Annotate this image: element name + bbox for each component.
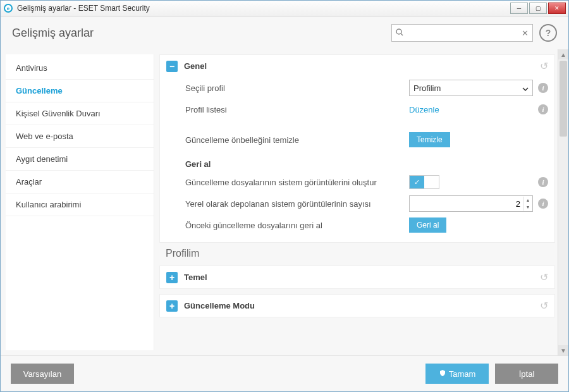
selected-profile-dropdown[interactable]: Profilim [409, 80, 533, 96]
snapshot-count-field[interactable] [410, 199, 523, 209]
info-icon[interactable]: i [538, 104, 548, 114]
svg-point-2 [396, 29, 401, 34]
sidebar-item-web-email[interactable]: Web ve e-posta [6, 125, 154, 148]
sidebar-item-device-control[interactable]: Aygıt denetimi [6, 148, 154, 171]
expand-icon[interactable]: + [166, 272, 178, 283]
defaults-button[interactable]: Varsayılan [11, 364, 74, 384]
row-create-snapshots: Güncelleme dosyalarının sistem görüntüle… [185, 171, 548, 193]
check-icon: ✓ [410, 176, 424, 188]
svg-text:e: e [7, 6, 10, 11]
panel-general-title: Genel [184, 61, 534, 71]
revert-icon[interactable]: ↺ [540, 300, 548, 312]
svg-line-3 [401, 34, 403, 35]
panel-basic: + Temel ↺ [159, 266, 555, 289]
chevron-down-icon [522, 83, 529, 93]
row-rollback-files: Önceki güncelleme dosyalarını geri al Ge… [185, 214, 548, 236]
minimize-button[interactable]: ─ [510, 3, 528, 14]
rollback-files-label: Önceki güncelleme dosyalarını geri al [185, 221, 409, 230]
titlebar: e Gelişmiş ayarlar - ESET Smart Security… [1, 1, 568, 16]
scroll-down-icon[interactable]: ▼ [558, 345, 568, 355]
vertical-scrollbar[interactable]: ▲ ▼ [558, 49, 568, 355]
profile-section-header: Profilim [159, 248, 555, 260]
main-wrap: − Genel ↺ Seçili profil Profilim [154, 49, 568, 355]
header: Gelişmiş ayarlar ✕ ? [1, 16, 568, 49]
sidebar: Antivirus Güncelleme Kişisel Güvenlik Du… [6, 54, 154, 350]
maximize-button[interactable]: ▢ [529, 3, 547, 14]
main-content: − Genel ↺ Seçili profil Profilim [154, 49, 558, 355]
scroll-thumb[interactable] [560, 61, 567, 137]
close-button[interactable]: ✕ [548, 3, 566, 14]
snapshot-count-input[interactable]: ▲▼ [409, 195, 533, 212]
sidebar-item-tools[interactable]: Araçlar [6, 171, 154, 193]
search-input[interactable] [403, 28, 522, 39]
snapshot-count-label: Yerel olarak depolanan sistem görüntüler… [185, 199, 409, 209]
sidebar-item-firewall[interactable]: Kişisel Güvenlik Duvarı [6, 102, 154, 125]
body: Antivirus Güncelleme Kişisel Güvenlik Du… [1, 49, 568, 355]
app-window: e Gelişmiş ayarlar - ESET Smart Security… [0, 0, 569, 392]
revert-icon[interactable]: ↺ [540, 60, 548, 72]
row-clear-cache: Güncelleme önbelleğini temizle Temizle [185, 129, 548, 150]
sidebar-item-antivirus[interactable]: Antivirus [6, 57, 154, 80]
panel-update-mode-title: Güncelleme Modu [184, 301, 534, 310]
revert-icon[interactable]: ↺ [540, 271, 548, 283]
rollback-files-button[interactable]: Geri al [409, 217, 446, 233]
shield-icon [439, 369, 446, 379]
profile-list-edit-link[interactable]: Düzenle [409, 105, 533, 114]
selected-profile-label: Seçili profil [185, 83, 409, 93]
help-button[interactable]: ? [539, 24, 557, 42]
selected-profile-value: Profilim [413, 83, 441, 93]
row-selected-profile: Seçili profil Profilim i [185, 77, 548, 99]
clear-cache-label: Güncelleme önbelleğini temizle [185, 135, 409, 145]
panel-general: − Genel ↺ Seçili profil Profilim [159, 54, 555, 243]
row-snapshot-count: Yerel olarak depolanan sistem görüntüler… [185, 193, 548, 214]
window-title: Gelişmiş ayarlar - ESET Smart Security [17, 4, 510, 13]
panel-general-header[interactable]: − Genel ↺ [160, 55, 554, 77]
info-icon[interactable]: i [538, 83, 548, 93]
panel-basic-header[interactable]: + Temel ↺ [160, 266, 554, 288]
cancel-button[interactable]: İptal [495, 364, 558, 384]
ok-button[interactable]: Tamam [425, 364, 489, 384]
panel-update-mode: + Güncelleme Modu ↺ [159, 294, 555, 317]
create-snapshots-label: Güncelleme dosyalarının sistem görüntüle… [185, 178, 409, 187]
create-snapshots-toggle[interactable]: ✓ [409, 175, 439, 189]
info-icon[interactable]: i [538, 199, 548, 209]
scroll-up-icon[interactable]: ▲ [558, 49, 568, 59]
page-title: Gelişmiş ayarlar [12, 27, 391, 40]
ok-button-label: Tamam [449, 369, 476, 379]
footer: Varsayılan Tamam İptal [1, 355, 568, 391]
search-input-wrap[interactable]: ✕ [391, 24, 533, 42]
collapse-icon[interactable]: − [166, 61, 178, 72]
sidebar-item-update[interactable]: Güncelleme [6, 80, 154, 102]
expand-icon[interactable]: + [166, 300, 178, 312]
window-controls: ─ ▢ ✕ [510, 3, 566, 14]
profile-list-label: Profil listesi [185, 105, 409, 114]
panel-general-body: Seçili profil Profilim i [160, 77, 554, 242]
row-profile-list: Profil listesi Düzenle i [185, 99, 548, 120]
clear-search-icon[interactable]: ✕ [522, 28, 529, 38]
panel-basic-title: Temel [184, 273, 534, 282]
sidebar-item-ui[interactable]: Kullanıcı arabirimi [6, 193, 154, 216]
app-icon: e [3, 3, 13, 13]
search-icon [396, 28, 403, 38]
clear-cache-button[interactable]: Temizle [409, 132, 450, 147]
info-icon[interactable]: i [538, 177, 548, 187]
panel-update-mode-header[interactable]: + Güncelleme Modu ↺ [160, 295, 554, 317]
rollback-subheader: Geri al [185, 150, 548, 171]
spinner[interactable]: ▲▼ [523, 197, 532, 211]
